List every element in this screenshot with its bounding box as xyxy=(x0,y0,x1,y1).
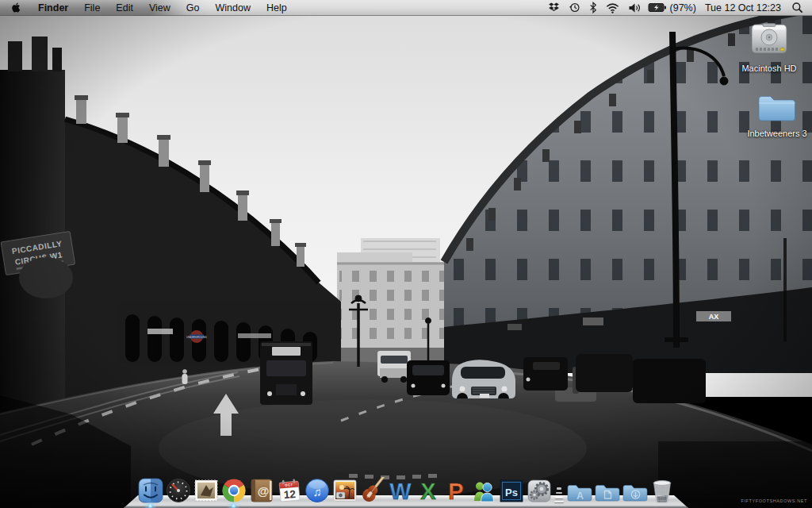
word-letter-glyph: W xyxy=(389,479,412,504)
apple-menu[interactable] xyxy=(0,0,30,15)
dock-system-preferences[interactable] xyxy=(526,477,553,504)
dock-ical[interactable]: OCT 12 xyxy=(276,477,303,504)
wifi-icon[interactable] xyxy=(604,0,621,15)
time-machine-icon[interactable] xyxy=(567,0,582,15)
menu-edit[interactable]: Edit xyxy=(108,0,141,15)
powerpoint-letter-glyph: P xyxy=(448,479,463,504)
desktop-icon-label: Macintosh HD xyxy=(731,64,807,73)
menu-bar: Finder File Edit View Go Window Help xyxy=(0,0,812,16)
dock-excel[interactable]: X xyxy=(415,477,442,504)
dock-mail[interactable] xyxy=(193,477,220,504)
dock-photoshop[interactable]: Ps xyxy=(498,477,525,504)
dock-applications-folder[interactable]: A xyxy=(565,477,592,504)
apple-icon xyxy=(11,2,21,13)
dock: @ OCT 12 xyxy=(0,468,812,508)
spotlight-icon[interactable] xyxy=(790,0,805,15)
desktop-screen: AX xyxy=(0,0,812,508)
dropbox-icon[interactable] xyxy=(546,0,561,15)
menu-bar-left: Finder File Edit View Go Window Help xyxy=(0,0,295,15)
desktop-icon-inbetweeners-folder[interactable]: Inbetweeners 3 xyxy=(739,89,812,138)
running-indicator xyxy=(147,504,154,508)
volume-icon[interactable] xyxy=(626,0,642,15)
dock-dashboard[interactable] xyxy=(165,477,192,504)
dock-iphoto[interactable] xyxy=(331,477,358,504)
menu-view[interactable]: View xyxy=(141,0,178,15)
battery-percent: (97%) xyxy=(670,2,696,13)
dock-address-book[interactable]: @ xyxy=(248,477,275,504)
desktop-icon-macintosh-hd[interactable]: Macintosh HD xyxy=(731,22,807,73)
hard-drive-icon xyxy=(747,22,791,59)
menu-help[interactable]: Help xyxy=(259,0,295,15)
wallpaper-photo: AX xyxy=(0,0,812,508)
folder-icon xyxy=(756,89,799,124)
bluetooth-icon[interactable] xyxy=(588,0,599,15)
address-book-at-glyph: @ xyxy=(257,484,269,498)
photoshop-glyph: Ps xyxy=(505,487,518,498)
dock-items: @ OCT 12 xyxy=(136,477,676,504)
dock-itunes[interactable]: ♫ xyxy=(304,477,331,504)
dock-powerpoint[interactable]: P xyxy=(442,477,469,504)
dock-garageband[interactable] xyxy=(359,477,386,504)
dock-documents-folder[interactable] xyxy=(593,477,620,504)
dock-divider xyxy=(553,477,565,504)
itunes-note-glyph: ♫ xyxy=(312,485,321,498)
excel-letter-glyph: X xyxy=(420,479,436,504)
battery-icon xyxy=(648,2,667,13)
battery-status[interactable]: (97%) xyxy=(648,2,696,13)
desktop-icon-label: Inbetweeners 3 xyxy=(739,129,812,138)
menu-go[interactable]: Go xyxy=(178,0,208,15)
applications-letter-glyph: A xyxy=(576,491,583,502)
dock-trash[interactable] xyxy=(649,477,676,504)
dock-messenger[interactable] xyxy=(470,477,497,504)
dock-word[interactable]: W xyxy=(387,477,414,504)
menu-window[interactable]: Window xyxy=(207,0,258,15)
running-indicator xyxy=(230,504,237,508)
ical-day-glyph: 12 xyxy=(283,488,296,501)
ical-month-glyph: OCT xyxy=(285,483,293,487)
dock-downloads-folder[interactable] xyxy=(621,477,648,504)
menu-finder[interactable]: Finder xyxy=(30,0,76,15)
menu-file[interactable]: File xyxy=(76,0,108,15)
dock-chrome[interactable] xyxy=(220,477,247,504)
menu-bar-clock[interactable]: Tue 12 Oct 12:23 xyxy=(702,2,784,13)
dock-finder[interactable] xyxy=(137,477,164,504)
menu-bar-status: (97%) Tue 12 Oct 12:23 xyxy=(546,0,812,15)
vignette xyxy=(0,0,812,508)
